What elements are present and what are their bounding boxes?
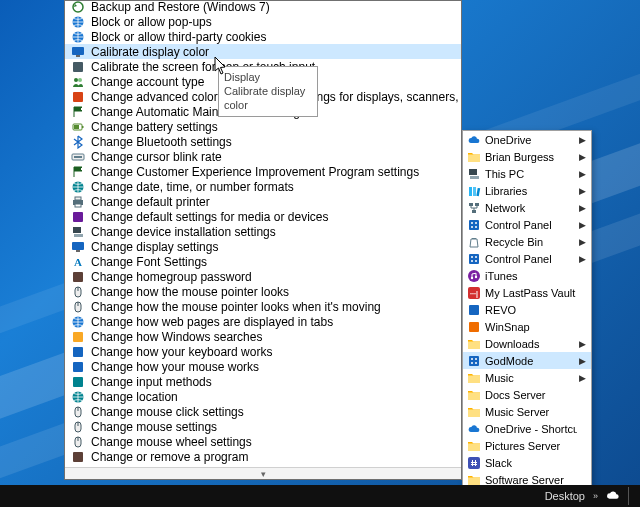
list-item[interactable]: Change Bluetooth settings [65,134,461,149]
list-item[interactable]: Change how the mouse pointer looks [65,284,461,299]
list-item[interactable]: Change location [65,389,461,404]
globe-region-icon [71,180,85,194]
list-item[interactable]: Change mouse click settings [65,404,461,419]
menu-item-label: Network [485,202,577,214]
menu-item-label: Slack [485,457,577,469]
controlpanel-icon [467,354,481,368]
svg-point-14 [471,256,473,258]
pc-icon [467,167,481,181]
list-item[interactable]: Block or allow pop-ups [65,14,461,29]
menu-item[interactable]: This PC▶ [463,165,591,182]
submenu-arrow-icon: ▶ [577,186,587,196]
menu-item-label: This PC [485,168,577,180]
svg-rect-50 [73,227,81,233]
menu-item[interactable]: Brian Burgess▶ [463,148,591,165]
list-item[interactable]: Change default settings for media or dev… [65,209,461,224]
cloud-icon [467,422,481,436]
menu-item[interactable]: Pictures Server [463,437,591,454]
svg-point-12 [475,226,477,228]
submenu-arrow-icon: ▶ [577,254,587,264]
submenu-arrow-icon: ▶ [577,339,587,349]
printer-icon [71,195,85,209]
menu-item[interactable]: Docs Server [463,386,591,403]
menu-item[interactable]: Recycle Bin▶ [463,233,591,250]
svg-point-37 [74,78,78,82]
svg-rect-72 [73,452,83,462]
libraries-icon [467,184,481,198]
list-item[interactable]: Calibrate display color [65,44,461,59]
toolbar-expand-icon[interactable]: » [593,491,598,501]
list-item-label: Change how web pages are displayed in ta… [91,315,333,329]
menu-item[interactable]: Slack [463,454,591,471]
list-item-label: Calibrate display color [91,45,209,59]
controlpanel-icon [467,218,481,232]
scroll-down-button[interactable]: ▾ [65,467,461,479]
globe-region-icon [71,390,85,404]
submenu-arrow-icon: ▶ [577,220,587,230]
svg-rect-36 [73,62,83,72]
list-item[interactable]: Change display settings [65,239,461,254]
list-item-label: Change homegroup password [91,270,252,284]
svg-point-18 [468,270,480,282]
svg-rect-1 [470,176,479,179]
menu-item[interactable]: WinSnap [463,318,591,335]
menu-item[interactable]: OneDrive - Shortcut [463,420,591,437]
keyboard-icon [71,150,85,164]
svg-rect-7 [472,210,476,213]
menu-item[interactable]: GodMode▶ [463,352,591,369]
menu-item[interactable]: OneDrive▶ [463,131,591,148]
list-item[interactable]: Change mouse wheel settings [65,434,461,449]
list-item[interactable]: Change cursor blink rate [65,149,461,164]
list-item[interactable]: Change how your keyboard works [65,344,461,359]
menu-item[interactable]: Control Panel▶ [463,250,591,267]
list-item[interactable]: Change or remove a program [65,449,461,464]
menu-item[interactable]: Music Server [463,403,591,420]
list-item[interactable]: Change default printer [65,194,461,209]
list-item-label: Change default settings for media or dev… [91,210,328,224]
menu-item[interactable]: Music▶ [463,369,591,386]
chevron-down-icon: ▾ [261,469,266,479]
menu-item[interactable]: Network▶ [463,199,591,216]
winsnap-icon [467,320,481,334]
svg-point-27 [475,358,477,360]
list-item[interactable]: Change how the mouse pointer looks when … [65,299,461,314]
svg-rect-13 [469,254,479,264]
list-item-label: Change how your mouse works [91,360,259,374]
menu-item-label: REVO [485,304,577,316]
menu-item[interactable]: Downloads▶ [463,335,591,352]
svg-point-20 [475,275,477,277]
submenu-arrow-icon: ▶ [577,203,587,213]
list-item[interactable]: Change how your mouse works [65,359,461,374]
list-item[interactable]: AChange Font Settings [65,254,461,269]
list-item[interactable]: Change Customer Experience Improvement P… [65,164,461,179]
onedrive-tray-icon[interactable] [606,489,620,503]
menu-item[interactable]: REVO [463,301,591,318]
menu-item[interactable]: Libraries▶ [463,182,591,199]
list-item[interactable]: Change how web pages are displayed in ta… [65,314,461,329]
svg-rect-0 [469,169,477,175]
svg-rect-55 [73,272,83,282]
show-desktop-button[interactable] [628,487,634,505]
list-item[interactable]: Change device installation settings [65,224,461,239]
globe-icon [71,315,85,329]
folder-icon [467,388,481,402]
list-item[interactable]: Block or allow third-party cookies [65,29,461,44]
list-item[interactable]: Change how Windows searches [65,329,461,344]
list-item[interactable]: Change date, time, or number formats [65,179,461,194]
cloud-icon [467,133,481,147]
svg-rect-4 [476,187,480,195]
desktop-toolbar-label[interactable]: Desktop [545,490,585,502]
svg-rect-2 [469,187,472,196]
menu-item[interactable]: Control Panel▶ [463,216,591,233]
svg-rect-62 [73,347,83,357]
menu-item[interactable]: iTunes [463,267,591,284]
globe-icon [71,15,85,29]
list-item[interactable]: Change battery settings [65,119,461,134]
list-item[interactable]: Change mouse settings [65,419,461,434]
network-icon [467,201,481,215]
list-item[interactable]: Change homegroup password [65,269,461,284]
list-item[interactable]: Backup and Restore (Windows 7) [65,0,461,14]
svg-rect-35 [76,55,80,57]
list-item[interactable]: Change input methods [65,374,461,389]
menu-item[interactable]: ···|My LastPass Vault [463,284,591,301]
